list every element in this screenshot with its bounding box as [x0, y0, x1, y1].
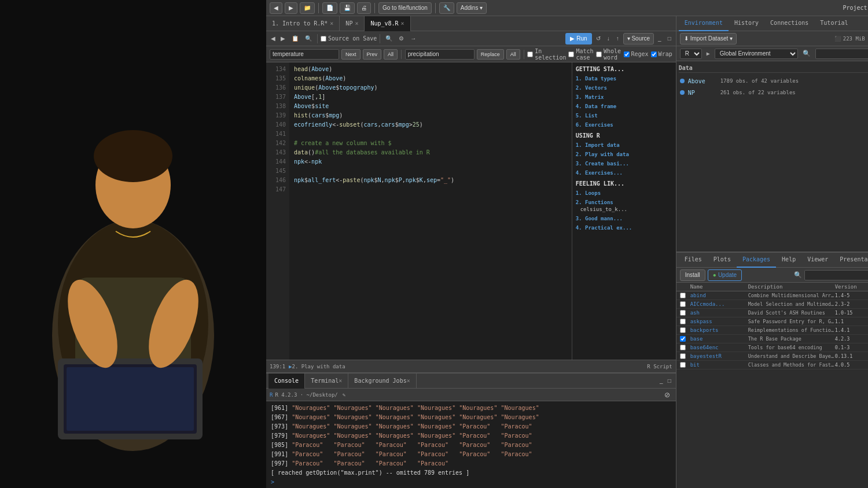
tab-intro-close[interactable]: ×	[330, 20, 333, 27]
minimize-btn[interactable]: _	[656, 34, 664, 44]
code-editor[interactable]: 134 135 136 137 138 139 140 141 142 143 …	[266, 62, 676, 360]
maximize-btn[interactable]: □	[665, 34, 674, 44]
match-case-label[interactable]: Match case	[568, 48, 594, 61]
regex-label[interactable]: Regex	[624, 51, 649, 57]
next-btn[interactable]: Next	[341, 49, 361, 60]
match-case-check[interactable]	[568, 51, 574, 57]
gs-matrix[interactable]: 3. Matrix	[576, 94, 672, 100]
in-selection-label[interactable]: In selection	[527, 48, 566, 61]
nav-forward-btn[interactable]: ▶	[278, 34, 288, 44]
env-search-input[interactable]	[815, 49, 868, 59]
tab-background-jobs-close[interactable]: ×	[407, 378, 410, 384]
wrap-check[interactable]	[651, 51, 657, 57]
go-to-file-button[interactable]: Go to file/function	[378, 2, 432, 14]
pkg-search-input[interactable]	[804, 270, 868, 280]
replace-input[interactable]	[405, 49, 475, 60]
console-minimize-btn[interactable]: _	[657, 376, 665, 386]
tab-viewer[interactable]: Viewer	[801, 253, 834, 268]
gs-play-data[interactable]: 2. Play with data	[576, 151, 672, 157]
all-btn[interactable]: All	[384, 49, 398, 60]
find-input[interactable]	[270, 49, 339, 60]
pkg-base-check[interactable]	[680, 336, 686, 342]
forward-button[interactable]: ▶	[285, 2, 297, 14]
open-file-button[interactable]: 📁	[300, 2, 315, 14]
whole-word-check[interactable]	[596, 51, 602, 57]
prev-btn[interactable]: Prev	[363, 49, 382, 60]
options-btn[interactable]: ⚙	[396, 34, 406, 44]
console-output[interactable]: [961] "Nouragues" "Nouragues" "Nouragues…	[266, 401, 676, 488]
nav-back-btn[interactable]: ◀	[269, 34, 278, 44]
show-doc-btn[interactable]: 📋	[289, 34, 301, 44]
gs-vectors[interactable]: 2. Vectors	[576, 85, 672, 91]
down-btn[interactable]: ↓	[605, 34, 612, 44]
gs-exercises[interactable]: 6. Exercises	[576, 122, 672, 128]
tab-packages[interactable]: Packages	[737, 253, 776, 268]
pkg-askpass-name[interactable]: askpass	[690, 319, 748, 324]
tab-console[interactable]: Console	[269, 374, 305, 389]
regex-check[interactable]	[624, 51, 630, 57]
pkg-base-name[interactable]: base	[690, 336, 748, 342]
gs-create-basic[interactable]: 3. Create basi...	[576, 161, 672, 167]
gs-exercises-2[interactable]: 4. Exercises...	[576, 170, 672, 176]
zoom-btn[interactable]: 🔍	[383, 34, 395, 44]
pkg-base64enc-name[interactable]: base64enc	[690, 345, 748, 350]
gs-good-manner[interactable]: 3. Good mann...	[576, 216, 672, 221]
pkg-backports-name[interactable]: backports	[690, 327, 748, 333]
tab-terminal[interactable]: Terminal ×	[305, 374, 348, 389]
replace-btn[interactable]: Replace	[477, 49, 504, 60]
tab-tutorial[interactable]: Tutorial	[814, 16, 854, 31]
pkg-bayestestr-check[interactable]	[680, 353, 686, 359]
clear-console-btn[interactable]: ⊘	[662, 390, 672, 400]
tools-button[interactable]: 🔧	[439, 2, 454, 14]
pkg-base64enc-check[interactable]	[680, 345, 686, 350]
tab-connections[interactable]: Connections	[764, 16, 814, 31]
tab-np[interactable]: NP ×	[340, 16, 365, 31]
tab-np-close[interactable]: ×	[355, 20, 358, 27]
env-global-select[interactable]: Global Environment	[715, 49, 798, 59]
import-dataset-btn[interactable]: ⬇ Import Dataset ▾	[680, 33, 737, 45]
tab-background-jobs[interactable]: Background Jobs ×	[348, 374, 416, 389]
up-btn[interactable]: ↑	[614, 34, 621, 44]
whole-word-label[interactable]: Whole word	[596, 48, 621, 61]
addins-button[interactable]: Addins ▾	[457, 2, 487, 14]
tab-plots[interactable]: Plots	[708, 253, 737, 268]
pkg-askpass-check[interactable]	[680, 319, 686, 324]
update-pkg-btn[interactable]: ● Update	[708, 269, 742, 281]
tab-intro[interactable]: 1. Intro to R.R* ×	[266, 16, 340, 31]
tab-help[interactable]: Help	[776, 253, 801, 268]
pkg-abind-name[interactable]: abind	[690, 293, 748, 298]
gs-import-data[interactable]: 1. Import data	[576, 142, 672, 148]
indent-btn[interactable]: →	[408, 34, 418, 44]
console-prompt[interactable]: >	[271, 478, 671, 487]
tab-environment[interactable]: Environment	[679, 16, 729, 31]
pkg-table-body[interactable]: abind Combine Multidimensional Arrays 1.…	[676, 291, 868, 488]
tab-nup-close[interactable]: ×	[401, 20, 404, 27]
source-button[interactable]: ▾ Source	[623, 33, 654, 45]
edit-wd-btn[interactable]: ✎	[343, 392, 345, 398]
search-btn[interactable]: 🔍	[303, 34, 314, 44]
pkg-aiccmoda-name[interactable]: AICcmoda...	[690, 301, 748, 307]
tab-terminal-close[interactable]: ×	[339, 378, 342, 384]
pkg-ash-name[interactable]: ash	[690, 310, 748, 316]
save-button[interactable]: 💾	[340, 2, 355, 14]
gs-loops[interactable]: 1. Loops	[576, 190, 672, 196]
pkg-ash-check[interactable]	[680, 310, 686, 316]
source-on-save-checkbox[interactable]	[321, 36, 326, 42]
print-button[interactable]: 🖨	[357, 2, 371, 14]
code-content[interactable]: head(Above) colnames(Above) unique(Above…	[289, 62, 572, 360]
tab-presentation[interactable]: Presentation	[834, 253, 868, 268]
gs-functions[interactable]: 2. Functions	[576, 199, 672, 205]
wrap-label[interactable]: Wrap	[651, 51, 672, 57]
back-button[interactable]: ◀	[270, 2, 282, 14]
np-name[interactable]: NP	[688, 90, 717, 96]
gs-list[interactable]: 5. List	[576, 113, 672, 119]
gs-practical[interactable]: 4. Practical ex...	[576, 225, 672, 231]
pkg-bit-check[interactable]	[680, 362, 686, 368]
source-on-save-check[interactable]: Source on Save	[321, 35, 377, 42]
pkg-abind-check[interactable]	[680, 293, 686, 298]
tab-history[interactable]: History	[729, 16, 764, 31]
install-pkg-btn[interactable]: Install	[680, 269, 705, 281]
in-selection-check[interactable]	[527, 51, 533, 57]
gs-data-frame[interactable]: 4. Data frame	[576, 103, 672, 109]
env-scope-select[interactable]: R	[680, 49, 702, 59]
